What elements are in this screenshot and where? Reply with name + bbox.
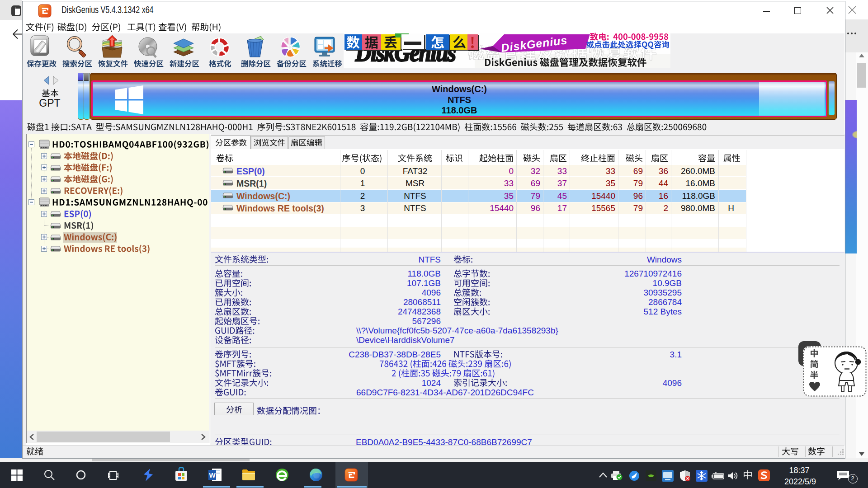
svg-text:W: W (209, 471, 216, 479)
